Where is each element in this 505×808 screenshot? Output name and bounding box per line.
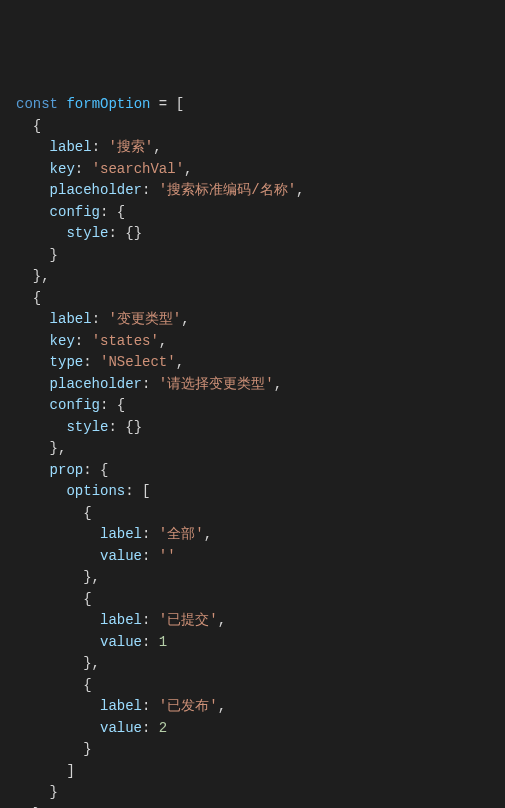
string: '已发布' xyxy=(159,698,218,714)
punct: : xyxy=(142,634,150,650)
punct: { xyxy=(33,290,41,306)
punct: : xyxy=(108,225,116,241)
string: '已提交' xyxy=(159,612,218,628)
punct: }, xyxy=(33,268,50,284)
prop-key: placeholder xyxy=(50,376,142,392)
punct: , xyxy=(274,376,282,392)
prop-key: key xyxy=(50,333,75,349)
punct: , xyxy=(204,526,212,542)
punct: }, xyxy=(50,440,67,456)
prop-key: config xyxy=(50,397,100,413)
punct: { xyxy=(83,677,91,693)
punct: } xyxy=(50,784,58,800)
punct: { xyxy=(117,397,125,413)
punct: , xyxy=(159,333,167,349)
punct: } xyxy=(50,247,58,263)
prop-key: type xyxy=(50,354,84,370)
prop-key: key xyxy=(50,161,75,177)
prop-key: label xyxy=(100,526,142,542)
punct: : xyxy=(142,182,150,198)
punct: : xyxy=(142,526,150,542)
punct: { xyxy=(117,204,125,220)
number: 1 xyxy=(159,634,167,650)
string: '变更类型' xyxy=(108,311,181,327)
punct: : xyxy=(83,462,91,478)
punct: { xyxy=(33,118,41,134)
string: 'states' xyxy=(92,333,159,349)
prop-key: label xyxy=(100,698,142,714)
punct: , xyxy=(296,182,304,198)
string: 'searchVal' xyxy=(92,161,184,177)
punct: : xyxy=(142,376,150,392)
punct: {} xyxy=(125,225,142,241)
number: 2 xyxy=(159,720,167,736)
prop-key: placeholder xyxy=(50,182,142,198)
prop-key: style xyxy=(66,225,108,241)
string: 'NSelect' xyxy=(100,354,176,370)
code-block: const formOption = [ { label: '搜索', key:… xyxy=(16,94,505,808)
punct: } xyxy=(83,741,91,757)
prop-key: style xyxy=(66,419,108,435)
punct: , xyxy=(181,311,189,327)
punct: }, xyxy=(83,655,100,671)
punct: , xyxy=(153,139,161,155)
punct: : xyxy=(75,161,83,177)
punct: : xyxy=(83,354,91,370)
punct: : xyxy=(92,139,100,155)
punct: : xyxy=(142,612,150,628)
string: '请选择变更类型' xyxy=(159,376,274,392)
punct: , xyxy=(176,354,184,370)
punct: = xyxy=(150,96,175,112)
prop-key: options xyxy=(66,483,125,499)
punct: : xyxy=(100,397,108,413)
punct: : xyxy=(92,311,100,327)
punct: { xyxy=(100,462,108,478)
prop-key: label xyxy=(100,612,142,628)
punct: { xyxy=(83,591,91,607)
punct: {} xyxy=(125,419,142,435)
punct: { xyxy=(83,505,91,521)
punct: : xyxy=(75,333,83,349)
prop-key: value xyxy=(100,548,142,564)
string: '全部' xyxy=(159,526,204,542)
prop-key: value xyxy=(100,634,142,650)
keyword-const: const xyxy=(16,96,58,112)
punct: }, xyxy=(83,569,100,585)
punct: : xyxy=(142,548,150,564)
punct: : xyxy=(142,720,150,736)
punct: , xyxy=(218,612,226,628)
prop-key: label xyxy=(50,311,92,327)
prop-key: prop xyxy=(50,462,84,478)
punct: [ xyxy=(176,96,184,112)
prop-key: label xyxy=(50,139,92,155)
string: '搜索' xyxy=(108,139,153,155)
punct: , xyxy=(218,698,226,714)
punct: : xyxy=(100,204,108,220)
prop-key: config xyxy=(50,204,100,220)
punct: : xyxy=(142,698,150,714)
punct: [ xyxy=(142,483,150,499)
punct: , xyxy=(184,161,192,177)
prop-key: value xyxy=(100,720,142,736)
punct: : xyxy=(108,419,116,435)
string: '' xyxy=(159,548,176,564)
variable-name: formOption xyxy=(66,96,150,112)
punct: : xyxy=(125,483,133,499)
string: '搜索标准编码/名称' xyxy=(159,182,296,198)
punct: ] xyxy=(66,763,74,779)
